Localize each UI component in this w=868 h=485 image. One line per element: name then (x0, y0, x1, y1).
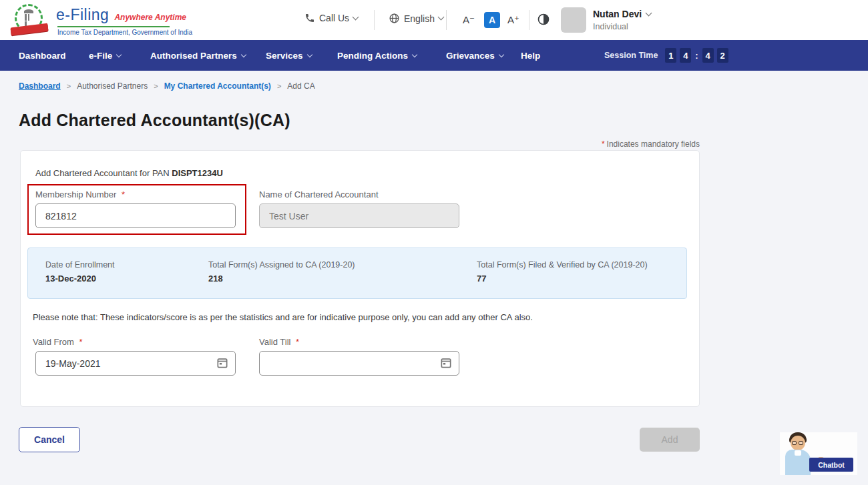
stat-value: 218 (208, 274, 355, 284)
session-digit: 4 (680, 48, 691, 63)
header-divider (374, 10, 375, 30)
breadcrumb-add-ca: Add CA (287, 81, 314, 91)
logo-title: e-Filing (56, 6, 109, 24)
user-avatar[interactable] (561, 7, 586, 33)
breadcrumb-dashboard[interactable]: Dashboard (19, 81, 61, 91)
income-tax-emblem-logo (13, 4, 45, 36)
nav-label: e-File (89, 51, 112, 61)
nav-label: Grievances (446, 51, 495, 61)
session-colon: : (695, 51, 698, 61)
chatbot-avatar-glasses (799, 441, 803, 445)
valid-till-label-text: Valid Till (259, 337, 290, 347)
font-size-increase-button[interactable]: A⁺ (507, 14, 519, 26)
breadcrumb: Dashboard > Authorised Partners > My Cha… (19, 81, 315, 91)
session-timer: Session Time 1 4 : 4 2 (604, 40, 728, 71)
chatbot-avatar-collar (795, 450, 801, 456)
nav-item-authorised-partners[interactable]: Authorised Partners (150, 40, 246, 71)
required-asterisk: * (122, 189, 125, 199)
chevron-down-icon (116, 51, 122, 57)
stat-value: 77 (477, 274, 648, 284)
breadcrumb-separator: > (154, 82, 158, 90)
valid-till-input[interactable] (259, 351, 459, 376)
nav-label: Help (521, 51, 540, 61)
header-divider (529, 10, 529, 30)
top-header: e-Filing Anywhere Anytime Income Tax Dep… (0, 0, 868, 40)
membership-label-text: Membership Number (35, 189, 116, 199)
user-type: Individual (593, 22, 628, 31)
valid-from-input[interactable] (35, 351, 236, 376)
header-divider (446, 10, 447, 30)
ca-name-label: Name of Chartered Accountant (259, 189, 379, 199)
nav-item-efile[interactable]: e-File (89, 40, 121, 71)
pan-info-line: Add Chartered Accountant for PAN DISPT12… (35, 168, 223, 178)
session-digit: 4 (702, 48, 714, 63)
valid-till-calendar-icon[interactable] (439, 356, 454, 371)
required-asterisk: * (602, 139, 605, 149)
chevron-down-icon (241, 51, 246, 57)
chevron-down-icon (353, 13, 359, 20)
stat-label: Date of Enrollment (45, 260, 115, 270)
stat-label: Total Form(s) Assigned to CA (2019-20) (208, 260, 355, 270)
chevron-down-icon (412, 51, 417, 57)
stat-label: Total Form(s) Filed & Verified by CA (20… (477, 260, 648, 270)
pan-prefix-text: Add Chartered Accountant for PAN (35, 168, 170, 178)
logo-subtitle: Income Tax Department, Government of Ind… (57, 29, 192, 36)
indicative-note: Please note that: These indicators/score… (33, 312, 533, 322)
language-label: English (404, 13, 435, 24)
stat-date-of-enrollment: Date of Enrollment 13-Dec-2020 (45, 260, 115, 284)
mandatory-note-text: Indicates mandatory fields (607, 139, 700, 149)
cancel-button[interactable]: Cancel (19, 427, 80, 452)
valid-till-label: Valid Till * (259, 337, 301, 347)
breadcrumb-authorised-partners: Authorised Partners (77, 81, 148, 91)
ca-name-label-text: Name of Chartered Accountant (259, 189, 379, 199)
main-navbar: Dashboard e-File Authorised Partners Ser… (0, 40, 868, 71)
nav-item-help[interactable]: Help (521, 40, 540, 71)
chevron-down-icon (646, 10, 652, 17)
required-asterisk: * (296, 337, 299, 347)
page-title: Add Chartered Accountant(s)(CA) (19, 111, 290, 130)
user-menu[interactable]: Nutan Devi (593, 9, 651, 19)
globe-icon (389, 13, 400, 24)
contrast-toggle-icon[interactable] (537, 13, 550, 26)
nav-label: Services (266, 51, 303, 61)
valid-from-label-text: Valid From (33, 337, 74, 347)
pan-value: DISPT1234U (172, 168, 223, 178)
call-us-menu[interactable]: Call Us (304, 13, 358, 23)
chatbot-avatar-glasses (792, 441, 797, 445)
language-menu[interactable]: English (389, 13, 443, 24)
session-digit: 1 (665, 48, 676, 63)
membership-number-input[interactable] (35, 203, 236, 228)
ashoka-pillar-icon (24, 9, 33, 24)
logo-tagline: Anywhere Anytime (114, 13, 186, 22)
nav-label: Authorised Partners (150, 51, 237, 61)
chevron-down-icon (306, 51, 312, 57)
stat-forms-assigned: Total Form(s) Assigned to CA (2019-20) 2… (208, 260, 355, 284)
nav-item-dashboard[interactable]: Dashboard (19, 40, 66, 71)
nav-item-grievances[interactable]: Grievances (446, 40, 503, 71)
ca-statistics-panel: Date of Enrollment 13-Dec-2020 Total For… (27, 248, 687, 299)
add-button[interactable]: Add (640, 428, 700, 452)
chevron-down-icon (499, 51, 504, 57)
breadcrumb-separator: > (277, 82, 281, 90)
nav-item-services[interactable]: Services (266, 40, 312, 71)
valid-from-calendar-icon[interactable] (216, 356, 230, 371)
font-size-decrease-button[interactable]: A⁻ (463, 14, 475, 26)
phone-icon (304, 13, 315, 23)
breadcrumb-my-chartered-accountants[interactable]: My Chartered Accountant(s) (164, 81, 271, 91)
user-name: Nutan Devi (593, 9, 642, 19)
nav-item-pending-actions[interactable]: Pending Actions (337, 40, 417, 71)
valid-from-label: Valid From * (33, 337, 85, 347)
required-asterisk: * (79, 337, 83, 347)
session-digit: 2 (717, 48, 728, 63)
logo-divider (57, 26, 170, 27)
chatbot-widget[interactable]: Chatbot (780, 432, 857, 475)
chatbot-button[interactable]: Chatbot (809, 458, 853, 472)
font-size-default-button[interactable]: A (484, 12, 500, 28)
call-us-label: Call Us (319, 13, 349, 23)
add-ca-form-card: Add Chartered Accountant for PAN DISPT12… (20, 150, 700, 407)
nav-label: Pending Actions (337, 51, 408, 61)
chevron-down-icon (437, 14, 444, 21)
efiling-logo[interactable]: e-Filing Anywhere Anytime Income Tax Dep… (56, 6, 192, 36)
mandatory-fields-note: *Indicates mandatory fields (602, 139, 700, 149)
stat-forms-filed-verified: Total Form(s) Filed & Verified by CA (20… (477, 260, 648, 284)
